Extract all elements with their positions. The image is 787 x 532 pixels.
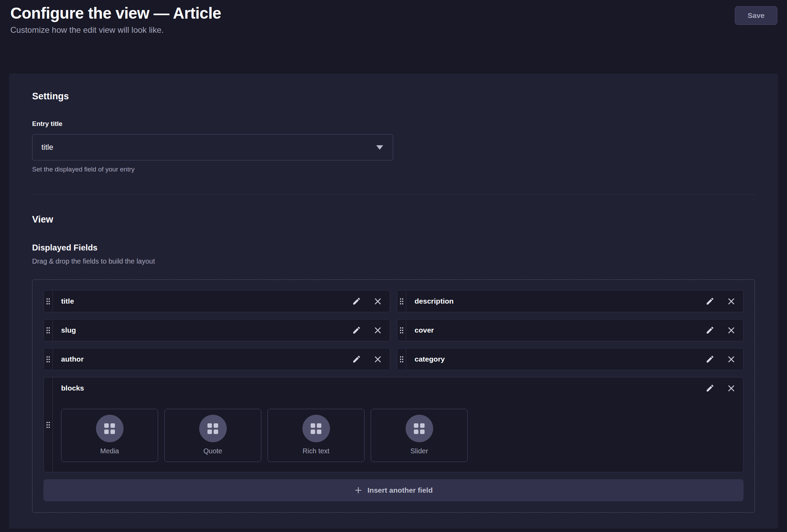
edit-field-button[interactable] <box>352 355 361 364</box>
page-header: Configure the view — Article Customize h… <box>0 0 787 35</box>
row-actions <box>706 290 743 312</box>
settings-section: Settings Entry title title Set the displ… <box>32 91 755 174</box>
dynamic-zone-content: blocks Media <box>53 377 743 472</box>
edit-field-button[interactable] <box>352 326 361 335</box>
component-card-quote[interactable]: Quote <box>164 409 261 462</box>
component-icon-circle <box>199 415 227 442</box>
close-icon <box>727 384 736 393</box>
page-subtitle: Customize how the edit view will look li… <box>10 25 777 35</box>
component-card-media[interactable]: Media <box>61 409 158 462</box>
close-icon <box>373 355 382 364</box>
drag-dots-icon <box>399 356 404 363</box>
close-icon <box>373 297 382 306</box>
drag-handle[interactable] <box>44 377 53 472</box>
row-actions <box>352 290 390 312</box>
component-label: Media <box>100 447 119 455</box>
pencil-icon <box>706 384 715 393</box>
component-icon-circle <box>96 415 124 442</box>
component-grid-icon <box>207 423 218 434</box>
pencil-icon <box>706 326 715 335</box>
row-actions <box>706 319 743 341</box>
close-icon <box>373 326 382 335</box>
drag-handle[interactable] <box>397 348 406 370</box>
row-actions <box>352 348 390 370</box>
edit-field-button[interactable] <box>706 384 715 393</box>
plus-icon <box>354 486 362 494</box>
drag-handle[interactable] <box>397 319 406 341</box>
drag-handle[interactable] <box>44 290 53 312</box>
field-row-description: description <box>397 290 744 312</box>
drag-handle[interactable] <box>44 319 53 341</box>
drag-handle[interactable] <box>397 290 406 312</box>
component-icon-circle <box>302 415 330 442</box>
field-row-title: title <box>43 290 390 312</box>
row-actions <box>706 348 743 370</box>
entry-title-label: Entry title <box>32 120 755 128</box>
edit-field-button[interactable] <box>352 297 361 306</box>
component-label: Rich text <box>303 447 330 455</box>
view-heading: View <box>32 214 755 225</box>
drag-dots-icon <box>46 298 50 305</box>
remove-field-button[interactable] <box>727 326 736 335</box>
drag-dots-icon <box>46 327 50 334</box>
pencil-icon <box>352 297 361 306</box>
insert-field-button[interactable]: Insert another field <box>43 479 744 501</box>
field-row-category: category <box>397 348 744 370</box>
entry-title-select-value: title <box>41 143 376 152</box>
fields-dropzone: title description <box>32 279 755 513</box>
field-name: cover <box>415 326 706 334</box>
entry-title-select[interactable]: title <box>32 134 393 160</box>
displayed-fields-label: Displayed Fields <box>32 243 755 253</box>
drag-handle[interactable] <box>44 348 53 370</box>
view-section: View Displayed Fields Drag & drop the fi… <box>32 214 755 513</box>
remove-field-button[interactable] <box>373 326 382 335</box>
edit-field-button[interactable] <box>706 326 715 335</box>
row-actions <box>352 319 390 341</box>
remove-field-button[interactable] <box>727 384 736 393</box>
dynamic-zone-row-blocks: blocks Media <box>43 377 744 472</box>
displayed-fields-hint: Drag & drop the fields to build the layo… <box>32 257 755 266</box>
row-actions <box>706 384 736 393</box>
pencil-icon <box>352 326 361 335</box>
component-card-slider[interactable]: Slider <box>371 409 468 462</box>
edit-field-button[interactable] <box>706 355 715 364</box>
field-row-author: author <box>43 348 390 370</box>
insert-field-label: Insert another field <box>367 486 433 494</box>
pencil-icon <box>706 297 715 306</box>
configure-view-panel: Settings Entry title title Set the displ… <box>9 73 778 529</box>
chevron-down-icon <box>376 145 383 150</box>
field-name: blocks <box>61 383 706 393</box>
component-label: Quote <box>203 447 222 455</box>
remove-field-button[interactable] <box>727 355 736 364</box>
page-title: Configure the view — Article <box>10 3 777 23</box>
pencil-icon <box>706 355 715 364</box>
section-divider <box>32 194 755 195</box>
drag-dots-icon <box>46 421 50 428</box>
entry-title-field: Entry title title Set the displayed fiel… <box>32 120 755 174</box>
close-icon <box>727 297 736 306</box>
component-card-rich-text[interactable]: Rich text <box>268 409 365 462</box>
field-name: category <box>415 355 706 363</box>
dynamic-zone-head: blocks <box>61 383 736 393</box>
component-grid-icon <box>414 423 425 434</box>
save-button[interactable]: Save <box>735 6 777 25</box>
remove-field-button[interactable] <box>373 355 382 364</box>
settings-heading: Settings <box>32 91 755 102</box>
component-grid-icon <box>311 423 321 434</box>
drag-dots-icon <box>46 356 50 363</box>
entry-title-hint: Set the displayed field of your entry <box>32 165 755 174</box>
field-name: title <box>61 297 352 305</box>
component-grid-icon <box>104 423 115 434</box>
field-name: slug <box>61 326 352 334</box>
drag-dots-icon <box>399 327 404 334</box>
field-name: author <box>61 355 352 363</box>
edit-field-button[interactable] <box>706 297 715 306</box>
component-icon-circle <box>406 415 433 442</box>
drag-dots-icon <box>399 298 404 305</box>
field-row-cover: cover <box>397 319 744 341</box>
component-label: Slider <box>410 447 428 455</box>
close-icon <box>727 355 736 364</box>
remove-field-button[interactable] <box>727 297 736 306</box>
close-icon <box>727 326 736 335</box>
remove-field-button[interactable] <box>373 297 382 306</box>
